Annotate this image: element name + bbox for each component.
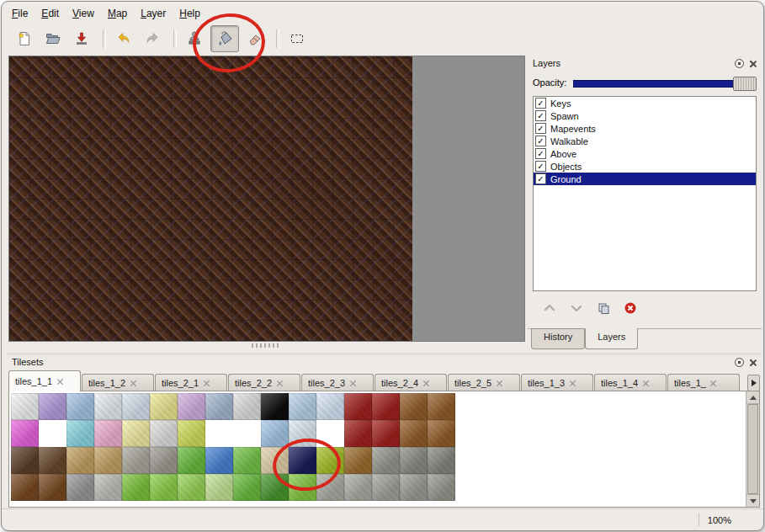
tab-close-icon[interactable] (203, 380, 210, 386)
layer-row-mapevents[interactable]: ✓Mapevents (534, 122, 756, 135)
save-file-button[interactable] (69, 27, 94, 51)
tile-0-10[interactable] (289, 393, 316, 420)
tile-1-6[interactable] (178, 420, 205, 447)
tile-0-11[interactable] (316, 393, 344, 420)
tile-1-14[interactable] (400, 420, 428, 447)
scroll-down-button[interactable] (746, 494, 759, 507)
float-panel-icon[interactable] (735, 59, 744, 68)
tile-3-3[interactable] (94, 474, 122, 501)
tile-3-2[interactable] (66, 474, 94, 501)
menu-item-edit[interactable]: Edit (35, 5, 66, 22)
tile-2-5[interactable] (150, 447, 178, 474)
tile-0-15[interactable] (428, 393, 455, 420)
tile-0-8[interactable] (233, 393, 261, 420)
tileset-tab-tiles_2_4[interactable]: tiles_2_4 (375, 374, 447, 391)
layer-visibility-checkbox[interactable]: ✓ (535, 123, 546, 134)
tile-2-6[interactable] (178, 447, 205, 474)
tile-2-9[interactable] (261, 447, 289, 474)
palette-scrollbar[interactable] (746, 391, 759, 507)
float-panel-icon[interactable] (735, 358, 744, 367)
tile-2-13[interactable] (372, 447, 400, 474)
tile-2-3[interactable] (94, 447, 122, 474)
tileset-tab-tiles_1_1[interactable]: tiles_1_1 (8, 370, 81, 391)
tile-3-10[interactable] (289, 474, 316, 501)
tile-3-7[interactable] (205, 474, 233, 501)
tab-close-icon[interactable] (349, 380, 356, 386)
tile-2-7[interactable] (205, 447, 233, 474)
tile-3-8[interactable] (233, 474, 261, 501)
tile-1-10[interactable] (289, 420, 316, 447)
tile-3-4[interactable] (122, 474, 150, 501)
tile-1-3[interactable] (94, 420, 122, 447)
tile-2-14[interactable] (400, 447, 428, 474)
tile-0-5[interactable] (150, 393, 178, 420)
tileset-tab-tiles_1_[interactable]: tiles_1_ (667, 374, 740, 391)
layer-visibility-checkbox[interactable]: ✓ (535, 136, 546, 146)
tileset-tab-tiles_2_2[interactable]: tiles_2_2 (228, 374, 300, 391)
layer-visibility-checkbox[interactable]: ✓ (535, 173, 546, 184)
new-file-button[interactable] (12, 27, 37, 51)
map-canvas[interactable] (8, 56, 525, 342)
tab-close-icon[interactable] (130, 380, 136, 386)
layer-row-keys[interactable]: ✓Keys (534, 97, 756, 109)
tile-1-12[interactable] (344, 420, 372, 447)
layer-duplicate-button[interactable] (595, 300, 612, 317)
tileset-tab-tiles_1_3[interactable]: tiles_1_3 (521, 374, 593, 391)
open-file-button[interactable] (40, 27, 66, 51)
layer-move-down-button[interactable] (568, 300, 585, 317)
close-panel-icon[interactable] (749, 359, 757, 366)
tile-3-9[interactable] (261, 474, 289, 501)
redo-button[interactable] (140, 27, 165, 51)
layer-delete-button[interactable] (622, 300, 639, 317)
tile-2-15[interactable] (428, 447, 455, 474)
tile-1-5[interactable] (150, 420, 178, 447)
tile-0-1[interactable] (39, 393, 66, 420)
menu-item-map[interactable]: Map (101, 5, 134, 22)
tileset-tab-tiles_2_3[interactable]: tiles_2_3 (301, 374, 374, 391)
tile-3-6[interactable] (178, 474, 205, 501)
tile-3-1[interactable] (39, 474, 66, 501)
select-tool-button[interactable] (284, 27, 310, 51)
panel-tab-layers[interactable]: Layers (585, 328, 638, 349)
opacity-slider-handle[interactable] (733, 77, 757, 91)
tab-close-icon[interactable] (569, 380, 576, 386)
tileset-tab-tiles_1_2[interactable]: tiles_1_2 (82, 374, 154, 391)
tile-0-6[interactable] (178, 393, 205, 420)
tile-3-12[interactable] (344, 474, 372, 501)
scrollbar-thumb[interactable] (747, 404, 758, 494)
layer-visibility-checkbox[interactable]: ✓ (535, 148, 546, 159)
tab-close-icon[interactable] (422, 380, 429, 386)
tile-2-11[interactable] (316, 447, 344, 474)
tab-close-icon[interactable] (56, 378, 63, 385)
layer-visibility-checkbox[interactable]: ✓ (535, 98, 546, 109)
tile-0-2[interactable] (66, 393, 94, 420)
tab-scroll-right-button[interactable] (747, 375, 760, 391)
tab-close-icon[interactable] (642, 380, 649, 386)
tile-0-4[interactable] (122, 393, 150, 420)
tile-0-7[interactable] (205, 393, 233, 420)
layer-row-spawn[interactable]: ✓Spawn (534, 109, 756, 122)
eraser-tool-button[interactable] (242, 27, 268, 51)
scroll-up-button[interactable] (746, 391, 759, 404)
tile-1-4[interactable] (122, 420, 150, 447)
layer-row-walkable[interactable]: ✓Walkable (534, 135, 756, 147)
layer-visibility-checkbox[interactable]: ✓ (535, 110, 546, 121)
tile-2-0[interactable] (11, 447, 39, 474)
tile-3-0[interactable] (11, 474, 39, 501)
tab-close-icon[interactable] (276, 380, 283, 386)
close-panel-icon[interactable] (749, 60, 757, 67)
tile-1-15[interactable] (428, 420, 455, 447)
tab-close-icon[interactable] (496, 380, 502, 386)
undo-button[interactable] (111, 27, 136, 51)
tile-0-0[interactable] (11, 393, 39, 420)
layer-row-objects[interactable]: ✓Objects (534, 160, 756, 173)
menu-item-layer[interactable]: Layer (134, 5, 173, 22)
menu-item-help[interactable]: Help (173, 5, 207, 22)
layer-visibility-checkbox[interactable]: ✓ (535, 161, 546, 172)
tile-0-14[interactable] (400, 393, 428, 420)
map-view[interactable] (9, 56, 412, 341)
tile-1-0[interactable] (11, 420, 39, 447)
menu-item-file[interactable]: File (5, 5, 35, 22)
tile-3-14[interactable] (400, 474, 428, 501)
canvas-splitter[interactable] (8, 342, 523, 348)
